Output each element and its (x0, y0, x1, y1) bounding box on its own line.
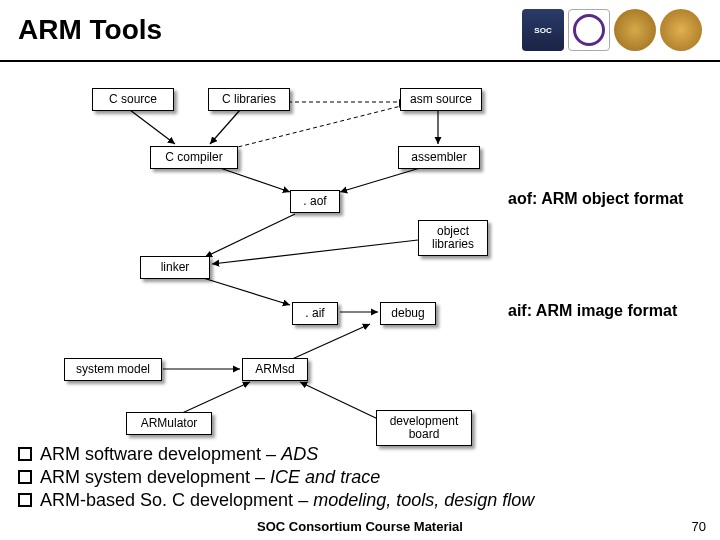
svg-line-11 (180, 382, 250, 414)
svg-line-4 (340, 168, 420, 192)
university-seal2-icon (660, 9, 702, 51)
svg-line-3 (220, 168, 290, 192)
bullet-box-icon (18, 447, 32, 461)
page-title: ARM Tools (18, 14, 162, 46)
node-debug: debug (380, 302, 436, 325)
university-seal-icon (614, 9, 656, 51)
toolchain-diagram: C source C libraries asm source C compil… (0, 62, 720, 442)
bullet-box-icon (18, 470, 32, 484)
node-linker: linker (140, 256, 210, 279)
bullet-text: ARM system development – ICE and trace (40, 467, 380, 488)
bullet-item: ARM system development – ICE and trace (18, 467, 534, 488)
svg-line-5 (205, 214, 295, 257)
svg-line-10 (290, 324, 370, 360)
node-c-libraries: C libraries (208, 88, 290, 111)
node-assembler: assembler (398, 146, 480, 169)
partner-logo-icon (568, 9, 610, 51)
bullet-box-icon (18, 493, 32, 507)
node-asm-source: asm source (400, 88, 482, 111)
svg-line-0 (130, 110, 175, 144)
bullet-list: ARM software development – ADS ARM syste… (18, 442, 534, 513)
node-system-model: system model (64, 358, 162, 381)
svg-line-1 (210, 110, 240, 144)
bullet-text: ARM-based So. C development – modeling, … (40, 490, 534, 511)
annotation-aof: aof: ARM object format (508, 190, 683, 208)
bullet-item: ARM-based So. C development – modeling, … (18, 490, 534, 511)
svg-line-6 (212, 240, 418, 264)
node-aif: . aif (292, 302, 338, 325)
footer-text: SOC Consortium Course Material (0, 519, 720, 534)
bullet-text: ARM software development – ADS (40, 444, 318, 465)
soc-logo-icon: SOC (522, 9, 564, 51)
arrow-layer (0, 62, 720, 442)
node-aof: . aof (290, 190, 340, 213)
logo-strip: SOC (522, 9, 702, 51)
node-armsd: ARMsd (242, 358, 308, 381)
node-dev-board: development board (376, 410, 472, 446)
svg-line-7 (200, 277, 290, 305)
svg-line-13 (218, 105, 405, 152)
node-c-compiler: C compiler (150, 146, 238, 169)
bullet-item: ARM software development – ADS (18, 444, 534, 465)
node-c-source: C source (92, 88, 174, 111)
annotation-aif: aif: ARM image format (508, 302, 677, 320)
svg-line-12 (300, 382, 380, 420)
node-object-libraries: object libraries (418, 220, 488, 256)
node-armulator: ARMulator (126, 412, 212, 435)
page-number: 70 (692, 519, 706, 534)
